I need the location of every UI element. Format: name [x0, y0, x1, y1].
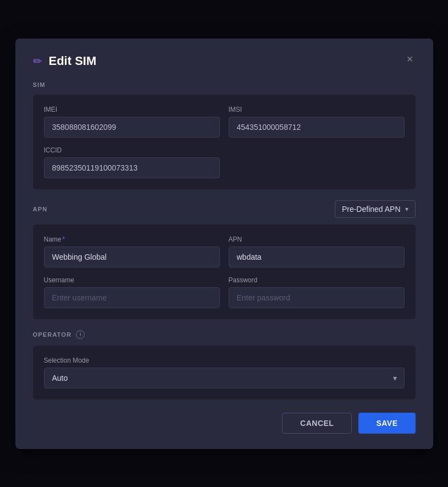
- operator-section-panel: Selection Mode Auto Manual ▾: [33, 346, 416, 400]
- modal-header: ✏ Edit SIM: [33, 54, 416, 68]
- password-input[interactable]: [229, 287, 405, 308]
- imei-input: [44, 117, 220, 138]
- iccid-field-group: ICCID: [44, 146, 220, 178]
- iccid-input: [44, 157, 220, 178]
- selection-mode-select-wrapper: Auto Manual ▾: [44, 368, 405, 388]
- apn-section-header: APN Pre-Defined APN ▾: [33, 200, 416, 218]
- selection-mode-field-group: Selection Mode Auto Manual ▾: [44, 357, 405, 388]
- operator-section-header: OPERATOR i: [33, 330, 416, 339]
- cancel-button[interactable]: CANCEL: [282, 413, 352, 434]
- sim-section-label: SIM: [33, 81, 416, 88]
- save-button[interactable]: SAVE: [358, 413, 415, 434]
- sim-row-2: ICCID: [44, 146, 405, 178]
- apn-section-panel: Name* APN Username Password: [33, 225, 416, 319]
- modal-overlay: ✏ Edit SIM × SIM IMEI IMSI ICCID: [0, 0, 448, 487]
- apn-row-1: Name* APN: [44, 236, 405, 267]
- sim-row-1: IMEI IMSI: [44, 106, 405, 138]
- password-label: Password: [229, 276, 405, 284]
- sim-section-panel: IMEI IMSI ICCID: [33, 95, 416, 189]
- username-input[interactable]: [44, 287, 220, 308]
- apn-name-input[interactable]: [44, 247, 220, 267]
- password-field-group: Password: [229, 276, 405, 308]
- modal-footer: CANCEL SAVE: [33, 413, 416, 434]
- selection-mode-label: Selection Mode: [44, 357, 405, 364]
- modal-title: Edit SIM: [49, 54, 97, 68]
- chevron-down-icon: ▾: [405, 205, 408, 213]
- imei-label: IMEI: [44, 106, 220, 113]
- edit-sim-modal: ✏ Edit SIM × SIM IMEI IMSI ICCID: [15, 39, 433, 449]
- apn-value-label: APN: [229, 236, 405, 243]
- imsi-label: IMSI: [229, 106, 405, 113]
- apn-row-2: Username Password: [44, 276, 405, 308]
- username-label: Username: [44, 276, 220, 284]
- iccid-label: ICCID: [44, 146, 220, 154]
- username-field-group: Username: [44, 276, 220, 308]
- apn-name-label: Name*: [44, 236, 220, 243]
- imsi-field-group: IMSI: [229, 106, 405, 138]
- apn-dropdown-label: Pre-Defined APN: [342, 205, 401, 214]
- imsi-input: [229, 117, 405, 138]
- apn-name-field-group: Name*: [44, 236, 220, 267]
- edit-icon: ✏: [33, 54, 42, 68]
- selection-mode-select[interactable]: Auto Manual: [44, 368, 405, 388]
- apn-value-input[interactable]: [229, 247, 405, 267]
- apn-value-field-group: APN: [229, 236, 405, 267]
- imei-field-group: IMEI: [44, 106, 220, 138]
- operator-section-label: OPERATOR: [33, 331, 72, 338]
- apn-section-label: APN: [33, 206, 48, 212]
- close-button[interactable]: ×: [402, 52, 418, 67]
- apn-predefined-dropdown[interactable]: Pre-Defined APN ▾: [335, 200, 416, 218]
- info-icon: i: [76, 330, 85, 339]
